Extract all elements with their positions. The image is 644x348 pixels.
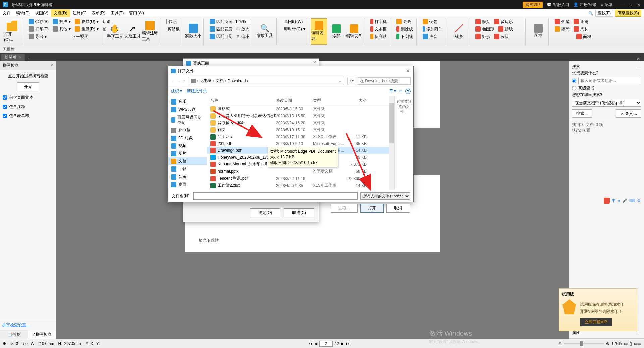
- file-row[interactable]: Tencent 腾讯.pdf2023/3/22 11:1622,360 KB: [207, 175, 394, 182]
- preview-toggle-button[interactable]: ▭: [399, 89, 402, 94]
- nav-forward-button[interactable]: →: [177, 79, 181, 83]
- breadcrumb-documents[interactable]: 文档: [216, 78, 224, 84]
- help-button[interactable]: ?: [405, 89, 411, 94]
- perimeter-button[interactable]: 周长: [572, 25, 590, 33]
- sidebar-item-download[interactable]: 下载: [168, 165, 207, 173]
- breadcrumb-downloads[interactable]: Downloads: [228, 79, 248, 83]
- pencil-button[interactable]: 铅笔: [553, 18, 571, 25]
- spellcheck-settings-link[interactable]: 拼写检查设置...: [0, 320, 56, 330]
- menu-view[interactable]: 视图(V): [32, 9, 51, 17]
- sidebar-item-video[interactable]: 视频: [168, 142, 207, 150]
- file-row[interactable]: 文字是人类用符号记录表达信息以传之久...2023/2/13 15:50文件夹: [207, 112, 394, 119]
- rectangle-tool[interactable]: 矩形: [474, 33, 491, 40]
- sound-button[interactable]: 声音: [421, 33, 444, 40]
- options-label[interactable]: 选项: [10, 341, 18, 346]
- add-button[interactable]: 添加: [328, 18, 344, 45]
- cancel-button-dialog[interactable]: 取消: [386, 204, 410, 213]
- minimize-button[interactable]: —: [620, 3, 624, 7]
- view-single[interactable]: ▭: [624, 341, 628, 346]
- file-row[interactable]: 音频输入和输出2023/3/24 16:20文件夹: [207, 119, 394, 126]
- file-row[interactable]: 工作簿2.xlsx2023/4/26 9:35XLSX 工作表14 KB: [207, 182, 394, 189]
- sidebar-item-picture[interactable]: 图片: [168, 150, 207, 157]
- select-tool[interactable]: ➚选取工具: [124, 18, 141, 45]
- menu-edit[interactable]: 编辑(E): [13, 9, 32, 17]
- sticky-note-button[interactable]: 便签: [421, 18, 444, 25]
- clipboard-button[interactable]: 剪贴板: [165, 25, 178, 33]
- stamp-button[interactable]: 图章: [530, 18, 546, 44]
- upgrade-vip-button[interactable]: 立即开通VIP: [580, 318, 612, 326]
- settings-icon[interactable]: ⚙: [637, 198, 641, 203]
- replace-dialog-close[interactable]: ✕: [313, 60, 316, 65]
- zoom-tool-button[interactable]: 🔍缩放工具: [255, 18, 275, 44]
- prev-page-button[interactable]: ◀: [314, 341, 317, 346]
- area-button[interactable]: 面积: [575, 33, 592, 40]
- sidebar-item-disk[interactable]: 本地磁盘 (C:): [168, 188, 207, 190]
- nav-up-button[interactable]: ↑: [183, 79, 185, 83]
- open-button[interactable]: 打开(O)...: [4, 18, 20, 44]
- options-button[interactable]: 选项...: [331, 204, 358, 213]
- cloud-tool[interactable]: 云状: [493, 33, 510, 40]
- fit-page-button[interactable]: 匹配页面: [208, 18, 234, 25]
- open-dialog-close[interactable]: ✕: [406, 68, 410, 73]
- zoom-out-status[interactable]: ⊖: [558, 341, 562, 346]
- ime-icon[interactable]: [604, 198, 610, 204]
- timer-button[interactable]: 即时针(C)▾: [281, 25, 304, 33]
- refresh-button[interactable]: ⟳: [347, 77, 356, 85]
- file-search-input[interactable]: [358, 77, 411, 85]
- spellcheck-tab[interactable]: ✓拼写检查: [28, 330, 56, 339]
- include-page-text-checkbox[interactable]: 包含页面文本: [3, 95, 53, 100]
- file-list[interactable]: 名称 修改日期 类型 大小 腾格式2023/5/8 15:30文件夹文字是人类用…: [207, 96, 394, 190]
- attach-file-button[interactable]: 添加附件: [421, 25, 444, 33]
- nav-back-button[interactable]: ←: [171, 79, 175, 83]
- undo-w-button[interactable]: 退回时(W): [281, 18, 304, 25]
- collapse-search-button[interactable]: —: [637, 65, 641, 69]
- file-row[interactable]: 231.pdf2023/3/10 9:13Microsoft Edge ...3…: [207, 140, 394, 147]
- keyboard-icon[interactable]: ⌨: [629, 198, 635, 203]
- last-page-button[interactable]: ⏭: [346, 341, 350, 346]
- line-tool[interactable]: 线条: [451, 18, 467, 44]
- actual-size-button[interactable]: 实际大小: [185, 18, 201, 44]
- tab-close-all[interactable]: ✕: [634, 57, 643, 61]
- sidebar-item-desktop[interactable]: 桌面: [168, 181, 207, 188]
- snapshot-button[interactable]: 快照: [165, 18, 178, 25]
- zoom-in-status[interactable]: ⊕: [606, 341, 609, 346]
- file-row[interactable]: 共享工作簿.xlsx2023/4/24 9:02XLSX 工作表13 KB: [207, 189, 394, 190]
- bookmarks-tab[interactable]: 📑书签: [0, 330, 28, 339]
- eraser-button[interactable]: 擦除: [553, 25, 571, 33]
- polygon-tool[interactable]: 多边形: [493, 18, 514, 25]
- menu-forms[interactable]: 表单(R): [89, 9, 108, 17]
- collapse-props-button[interactable]: —: [637, 331, 641, 335]
- address-bar[interactable]: ›此电脑 ›文档 ›Downloads ⌄: [189, 77, 344, 85]
- sidebar-item-pc[interactable]: 此电脑: [168, 127, 207, 134]
- search-phrase-radio[interactable]: [572, 77, 641, 84]
- note-button[interactable]: 便利贴: [369, 33, 388, 40]
- organize-menu[interactable]: 组织 ▾: [171, 88, 182, 94]
- include-comments-checkbox[interactable]: 包含注释: [3, 104, 53, 110]
- maximize-button[interactable]: ◻: [629, 3, 633, 7]
- menu-document[interactable]: 文档(D): [51, 9, 70, 17]
- file-type-select[interactable]: 所有支持的文件 (*.pdf;*.xps;*.o: [360, 192, 410, 200]
- open-button-dialog[interactable]: 打开: [360, 204, 384, 213]
- filename-input[interactable]: [193, 192, 358, 200]
- menu-window[interactable]: 窗口(W): [126, 9, 146, 17]
- view-facing[interactable]: ▭▭: [634, 341, 641, 346]
- print-button[interactable]: 打印(P): [27, 25, 50, 33]
- header-type[interactable]: 类型: [313, 98, 346, 103]
- sidebar-item-wps[interactable]: WPS云盘: [168, 106, 207, 113]
- view-continuous[interactable]: ▯: [630, 341, 632, 346]
- file-scrollbar[interactable]: [389, 96, 394, 190]
- edit-comment-tool[interactable]: 编辑注释工具: [142, 18, 158, 45]
- search-button[interactable]: 搜索...: [572, 109, 592, 118]
- file-row[interactable]: 腾格式2023/5/8 15:30文件夹: [207, 105, 394, 112]
- next-view-button[interactable]: 下一视图: [71, 33, 90, 40]
- fit-visible-button[interactable]: 匹配可见: [208, 33, 234, 40]
- advanced-find-button[interactable]: 高级查找(S): [615, 10, 641, 17]
- typewriter-button[interactable]: 打字机: [369, 18, 388, 25]
- first-page-button[interactable]: ⏮: [308, 341, 312, 346]
- mic-icon[interactable]: 🎤: [622, 198, 627, 203]
- distance-button[interactable]: 距离: [572, 18, 590, 25]
- hand-tool[interactable]: ✋手形工具: [107, 18, 123, 45]
- start-spellcheck-button[interactable]: 开始: [17, 82, 39, 91]
- options-icon[interactable]: ⚙: [3, 341, 6, 346]
- advanced-search-radio[interactable]: 高级查找: [572, 85, 641, 91]
